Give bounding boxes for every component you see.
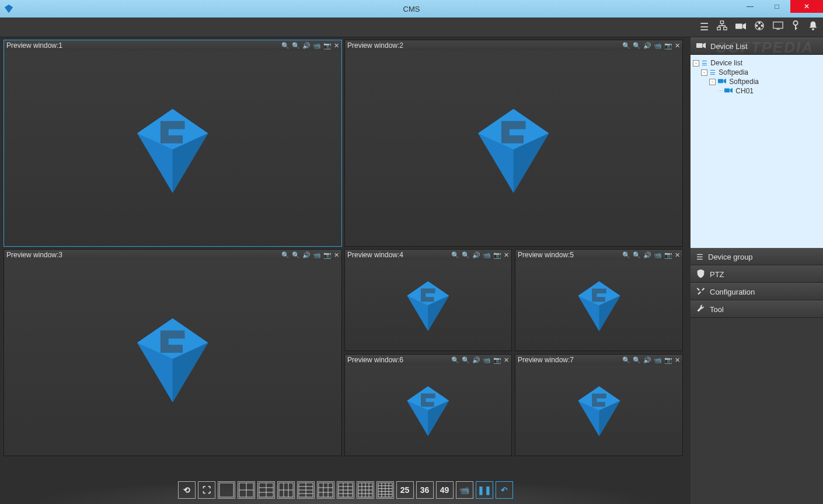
close-icon[interactable]: ✕ <box>504 251 509 259</box>
layout-8[interactable] <box>297 481 315 499</box>
tree-toggle-icon[interactable]: - <box>693 60 699 66</box>
record-icon[interactable]: 📹 <box>483 251 491 259</box>
preview-pane-7[interactable]: Preview window:7🔍🔍🔊📹📷✕ <box>515 354 683 456</box>
layout-1[interactable] <box>218 481 235 499</box>
tree-toggle-icon[interactable]: - <box>701 69 707 76</box>
layout-9[interactable] <box>317 481 334 499</box>
snapshot-icon[interactable]: 📷 <box>493 356 501 364</box>
preview-pane-5[interactable]: Preview window:5🔍🔍🔊📹📷✕ <box>515 249 683 351</box>
svg-rect-82 <box>718 79 723 83</box>
list-icon[interactable]: ☰ <box>700 21 709 33</box>
device-tree[interactable]: -☰ Device list-☰ Softpedia- Softpedia⋯ C… <box>691 55 823 248</box>
layout-6a[interactable] <box>257 481 275 499</box>
sidebar-section-label: Device group <box>708 253 753 261</box>
pane-title: Preview window:1 <box>6 41 279 50</box>
snapshot-icon[interactable]: 📷 <box>664 356 672 364</box>
key-icon[interactable] <box>791 20 800 34</box>
zoom-out-icon[interactable]: 🔍 <box>633 356 641 364</box>
cycle-icon[interactable]: ⟲ <box>178 481 196 499</box>
sidebar-section-label: Configuration <box>710 288 755 296</box>
monitor-icon[interactable] <box>773 21 783 33</box>
fullscreen-icon[interactable]: ⛶ <box>198 481 215 499</box>
record-icon[interactable]: 📹 <box>654 356 662 364</box>
sidebar-section-device-list[interactable]: Device List <box>691 37 823 55</box>
preview-pane-3[interactable]: Preview window:3🔍🔍🔊📹📷✕ <box>4 249 342 456</box>
close-icon[interactable]: ✕ <box>675 251 680 259</box>
preview-pane-2[interactable]: Preview window:2🔍🔍🔊📹📷✕ <box>344 40 683 247</box>
maximize-button[interactable]: □ <box>763 0 790 13</box>
volume-icon[interactable]: 🔊 <box>643 251 651 259</box>
pane-header: Preview window:4🔍🔍🔊📹📷✕ <box>345 250 511 260</box>
layout-25[interactable]: 25 <box>396 481 414 499</box>
undo-icon[interactable]: ↶ <box>496 481 513 499</box>
close-icon[interactable]: ✕ <box>675 356 680 364</box>
volume-icon[interactable]: 🔊 <box>643 356 651 364</box>
layout-36[interactable]: 36 <box>416 481 434 499</box>
tree-item[interactable]: -☰ Softpedia <box>693 68 821 77</box>
jump-record-icon[interactable]: 📹 <box>456 481 473 499</box>
sidebar-section-ptz[interactable]: PTZ <box>691 265 823 283</box>
zoom-out-icon[interactable]: 🔍 <box>462 251 470 259</box>
bell-icon[interactable] <box>808 20 818 34</box>
sidebar-section-device-group[interactable]: ☰ Device group <box>691 248 823 265</box>
close-icon[interactable]: ✕ <box>334 251 339 259</box>
zoom-in-icon[interactable]: 🔍 <box>622 42 630 50</box>
zoom-in-icon[interactable]: 🔍 <box>451 356 459 364</box>
zoom-in-icon[interactable]: 🔍 <box>622 251 630 259</box>
layout-6b[interactable] <box>277 481 295 499</box>
snapshot-icon[interactable]: 📷 <box>323 251 332 259</box>
svg-marker-83 <box>724 79 726 83</box>
minimize-button[interactable]: — <box>737 0 763 13</box>
snapshot-icon[interactable]: 📷 <box>664 42 672 50</box>
preview-pane-1[interactable]: Preview window:1🔍🔍🔊📹📷✕ <box>4 40 342 247</box>
zoom-out-icon[interactable]: 🔍 <box>292 251 300 259</box>
snapshot-icon[interactable]: 📷 <box>493 251 501 259</box>
record-icon[interactable]: 📹 <box>654 251 662 259</box>
pause-icon[interactable]: ❚❚ <box>476 481 493 499</box>
zoom-out-icon[interactable]: 🔍 <box>292 42 300 50</box>
close-button[interactable]: ✕ <box>790 0 823 13</box>
tree-item[interactable]: - Softpedia <box>693 77 821 86</box>
svg-rect-54 <box>318 483 332 497</box>
reel-icon[interactable] <box>754 20 765 34</box>
zoom-in-icon[interactable]: 🔍 <box>622 356 630 364</box>
zoom-out-icon[interactable]: 🔍 <box>633 42 641 50</box>
sidebar-section-configuration[interactable]: Configuration <box>691 283 823 300</box>
record-icon[interactable]: 📹 <box>313 42 321 50</box>
svg-rect-84 <box>724 89 730 93</box>
close-icon[interactable]: ✕ <box>504 356 509 364</box>
volume-icon[interactable]: 🔊 <box>472 251 480 259</box>
list-icon: ☰ <box>696 253 703 261</box>
volume-icon[interactable]: 🔊 <box>643 42 651 50</box>
record-icon[interactable]: 📹 <box>483 356 491 364</box>
zoom-in-icon[interactable]: 🔍 <box>451 251 459 259</box>
videocam-icon[interactable] <box>735 22 746 33</box>
zoom-in-icon[interactable]: 🔍 <box>281 251 290 259</box>
volume-icon[interactable]: 🔊 <box>302 251 311 259</box>
tree-item[interactable]: ⋯ CH01 <box>693 86 821 96</box>
svg-rect-11 <box>773 22 783 29</box>
layout-12[interactable] <box>337 481 354 499</box>
layout-20[interactable] <box>376 481 394 499</box>
layout-4[interactable] <box>238 481 255 499</box>
network-icon[interactable] <box>717 20 727 34</box>
zoom-in-icon[interactable]: 🔍 <box>281 42 290 50</box>
volume-icon[interactable]: 🔊 <box>472 356 480 364</box>
zoom-out-icon[interactable]: 🔍 <box>462 356 470 364</box>
record-icon[interactable]: 📹 <box>313 251 321 259</box>
tree-toggle-icon[interactable]: - <box>709 79 716 85</box>
layout-16[interactable] <box>357 481 374 499</box>
tree-item[interactable]: -☰ Device list <box>693 58 821 68</box>
snapshot-icon[interactable]: 📷 <box>323 42 332 50</box>
zoom-out-icon[interactable]: 🔍 <box>633 251 641 259</box>
tree-item-label: Softpedia <box>727 78 759 86</box>
preview-pane-6[interactable]: Preview window:6🔍🔍🔊📹📷✕ <box>344 354 512 456</box>
sidebar-section-tool[interactable]: Tool <box>691 300 823 318</box>
volume-icon[interactable]: 🔊 <box>302 42 311 50</box>
preview-pane-4[interactable]: Preview window:4🔍🔍🔊📹📷✕ <box>344 249 512 351</box>
record-icon[interactable]: 📹 <box>654 42 662 50</box>
snapshot-icon[interactable]: 📷 <box>664 251 672 259</box>
close-icon[interactable]: ✕ <box>675 42 680 50</box>
close-icon[interactable]: ✕ <box>334 42 339 50</box>
layout-49[interactable]: 49 <box>436 481 454 499</box>
